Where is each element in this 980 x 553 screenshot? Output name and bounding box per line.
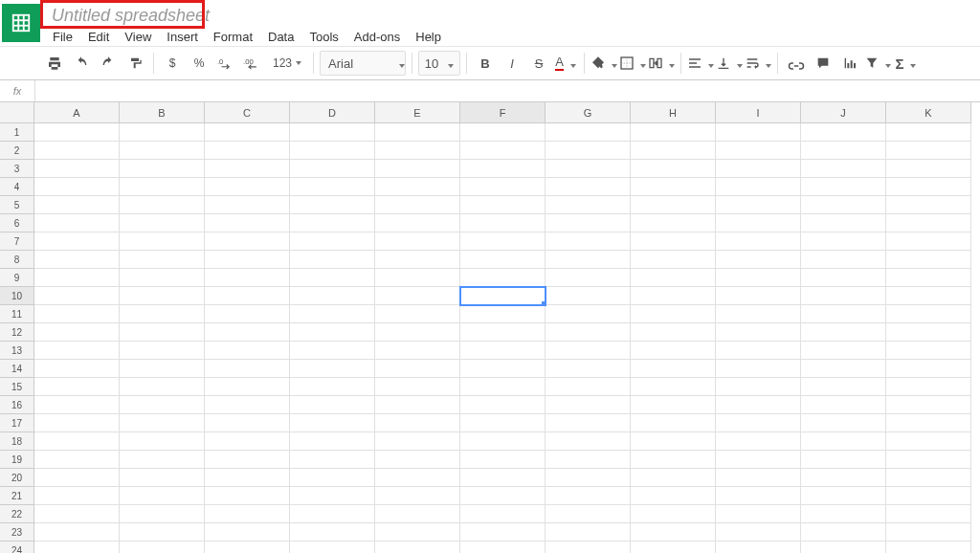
text-wrap-button[interactable] — [745, 51, 771, 76]
cell[interactable] — [375, 342, 460, 360]
cell[interactable] — [205, 232, 290, 251]
cell[interactable] — [886, 432, 971, 451]
horizontal-align-button[interactable] — [687, 51, 714, 76]
row-header[interactable]: 2 — [0, 142, 34, 160]
row-header[interactable]: 1 — [0, 123, 34, 142]
cell[interactable] — [290, 196, 375, 214]
paint-format-button[interactable] — [122, 51, 147, 76]
cell[interactable] — [34, 396, 120, 414]
cell[interactable] — [120, 487, 205, 505]
cell[interactable] — [716, 160, 801, 178]
row-header[interactable]: 16 — [0, 396, 34, 414]
cell[interactable] — [120, 123, 205, 142]
cell[interactable] — [546, 396, 631, 414]
row-header[interactable]: 23 — [0, 523, 34, 542]
cell[interactable] — [716, 469, 801, 487]
cell[interactable] — [801, 232, 886, 251]
cell[interactable] — [205, 123, 290, 142]
cell[interactable] — [375, 414, 460, 432]
cell[interactable] — [120, 451, 205, 469]
cell[interactable] — [631, 469, 716, 487]
cell[interactable] — [886, 178, 971, 196]
cell[interactable] — [631, 414, 716, 432]
cell[interactable] — [631, 378, 716, 396]
cell[interactable] — [631, 523, 716, 542]
column-header[interactable]: E — [375, 102, 460, 123]
cell[interactable] — [120, 396, 205, 414]
cell[interactable] — [716, 305, 801, 323]
redo-button[interactable] — [96, 51, 121, 76]
cell[interactable] — [375, 269, 460, 287]
cell[interactable] — [546, 196, 631, 214]
column-header[interactable]: D — [290, 102, 375, 123]
cell[interactable] — [375, 305, 460, 323]
cell[interactable] — [546, 360, 631, 378]
cell[interactable] — [120, 178, 205, 196]
cell[interactable] — [205, 269, 290, 287]
merge-cells-button[interactable] — [648, 51, 675, 76]
cell[interactable] — [631, 342, 716, 360]
cell[interactable] — [801, 196, 886, 214]
cell[interactable] — [290, 323, 375, 342]
cell[interactable] — [886, 269, 971, 287]
cell[interactable] — [34, 323, 120, 342]
cell[interactable] — [460, 232, 546, 251]
row-header[interactable]: 9 — [0, 269, 34, 287]
cell[interactable] — [546, 451, 631, 469]
cell[interactable] — [460, 487, 546, 505]
cell[interactable] — [886, 214, 971, 232]
menu-file[interactable]: File — [46, 28, 79, 46]
cell[interactable] — [801, 469, 886, 487]
cell[interactable] — [34, 451, 120, 469]
cell[interactable] — [716, 451, 801, 469]
cell[interactable] — [631, 451, 716, 469]
cell[interactable] — [120, 360, 205, 378]
cell[interactable] — [631, 432, 716, 451]
cell[interactable] — [375, 542, 460, 553]
cell[interactable] — [290, 178, 375, 196]
cell[interactable] — [34, 160, 120, 178]
cell[interactable] — [716, 487, 801, 505]
insert-chart-button[interactable] — [837, 51, 862, 76]
cell[interactable] — [375, 432, 460, 451]
cell[interactable] — [205, 196, 290, 214]
cell[interactable] — [716, 505, 801, 523]
cell[interactable] — [205, 396, 290, 414]
cell[interactable] — [34, 305, 120, 323]
vertical-align-button[interactable] — [716, 51, 743, 76]
column-header[interactable]: H — [631, 102, 716, 123]
cell[interactable] — [460, 360, 546, 378]
cell[interactable] — [205, 323, 290, 342]
cell[interactable] — [375, 523, 460, 542]
cell[interactable] — [716, 396, 801, 414]
cell[interactable] — [460, 342, 546, 360]
cell[interactable] — [631, 251, 716, 269]
cell[interactable] — [631, 160, 716, 178]
cell[interactable] — [460, 305, 546, 323]
cell[interactable] — [290, 305, 375, 323]
cell[interactable] — [716, 342, 801, 360]
cell[interactable] — [205, 542, 290, 553]
cell[interactable] — [205, 342, 290, 360]
format-currency-button[interactable]: $ — [160, 51, 185, 76]
column-header[interactable]: B — [120, 102, 205, 123]
cell[interactable] — [716, 178, 801, 196]
cell[interactable] — [546, 214, 631, 232]
cell[interactable] — [34, 232, 120, 251]
italic-button[interactable]: I — [500, 51, 524, 76]
cell[interactable] — [460, 142, 546, 160]
cell[interactable] — [716, 142, 801, 160]
cell[interactable] — [205, 160, 290, 178]
cell[interactable] — [34, 287, 120, 305]
cell[interactable] — [375, 123, 460, 142]
cell[interactable] — [631, 178, 716, 196]
column-header[interactable]: K — [886, 102, 971, 123]
cell[interactable] — [205, 451, 290, 469]
cell[interactable] — [801, 342, 886, 360]
cell[interactable] — [120, 160, 205, 178]
cell[interactable] — [546, 323, 631, 342]
menu-insert[interactable]: Insert — [160, 28, 205, 46]
cell[interactable] — [290, 542, 375, 553]
cell[interactable] — [120, 232, 205, 251]
row-header[interactable]: 3 — [0, 160, 34, 178]
